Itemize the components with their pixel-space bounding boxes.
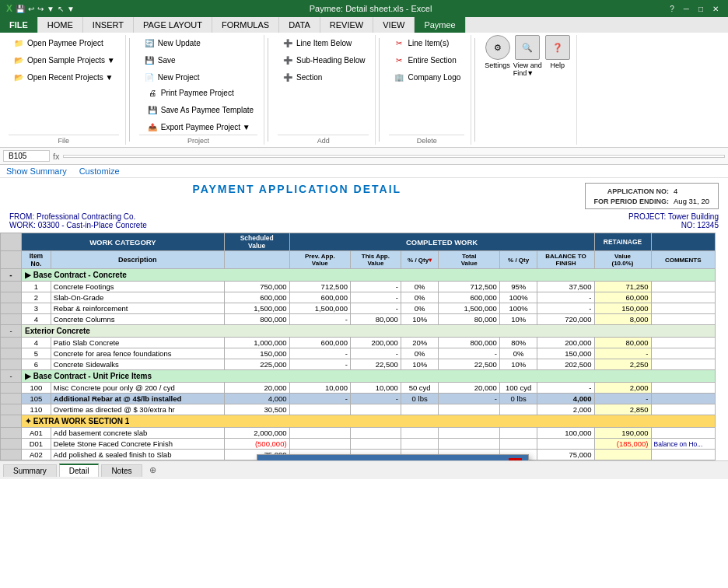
row-overtime: 110 Overtime as directed @ $ 30/extra hr… xyxy=(1,404,716,415)
add-sheet-btn[interactable]: ⊕ xyxy=(145,464,161,477)
tab-page-layout[interactable]: PAGE LAYOUT xyxy=(134,17,212,33)
corner-cell xyxy=(1,233,22,251)
work-category-header: WORK CATEGORY xyxy=(22,233,225,251)
row-slab-on-grade: 2 Slab-On-Grade 600,000 600,000 - 0% 600… xyxy=(1,292,716,303)
delete-section-btn[interactable]: ✂ Entire Section xyxy=(389,52,464,68)
total-pct-header: % / Qty xyxy=(499,251,537,269)
extra-section-row: ✦ EXTRA WORK SECTION 1 xyxy=(1,415,716,428)
period-ending: Aug 31, 20 xyxy=(671,196,712,206)
close-btn[interactable]: ✕ xyxy=(709,5,722,13)
company-logo-icon: 🏢 xyxy=(393,71,405,83)
row-sidewalks: 6 Concrete Sidewalks 225,000 - 22,500 10… xyxy=(1,359,716,370)
export-icon: 📤 xyxy=(146,121,159,133)
tab-detail[interactable]: Detail xyxy=(59,464,100,477)
export-btn[interactable]: 📤 Export Paymee Project ▼ xyxy=(142,119,257,135)
tab-file[interactable]: FILE xyxy=(0,17,38,33)
unit-price-section: ▶ Base Contract - Unit Price Items xyxy=(22,370,716,383)
open-recent-btn[interactable]: 📂 Open Recent Projects ▼ xyxy=(9,69,119,85)
sched-val-header2 xyxy=(224,251,289,269)
desc-header: Description xyxy=(51,251,224,269)
tab-home[interactable]: HOME xyxy=(38,17,83,33)
view-find-icon-large: 🔍 xyxy=(515,35,540,60)
tab-data[interactable]: DATA xyxy=(279,17,320,33)
customize-link[interactable]: Customize xyxy=(79,166,120,176)
formula-input[interactable] xyxy=(63,155,725,158)
company-logo-btn[interactable]: 🏢 Company Logo xyxy=(389,69,464,85)
tab-formulas[interactable]: FORMULAS xyxy=(212,17,279,33)
ribbon-group-settings: ⚙ Settings 🔍 View andFind▼ ❓ Help xyxy=(478,35,576,145)
action-bar: Show Summary Customize xyxy=(0,165,728,178)
line-item-icon: ➕ xyxy=(282,37,294,49)
ribbon-group-project: 🔄 New Update 💾 Save 📄 New Project 🖨 Prin… xyxy=(133,35,264,145)
new-update-label: New Update xyxy=(158,39,201,47)
new-project-btn[interactable]: 📄 New Project xyxy=(139,69,257,85)
base-concrete-section: ▶ Base Contract - Concrete xyxy=(22,269,716,282)
modal-close-btn[interactable]: ✕ xyxy=(509,458,522,460)
save-icon: 💾 xyxy=(143,54,156,66)
formula-bar: B105 fx xyxy=(0,148,728,165)
row-basement-slab: A01 Add basement concrete slab 2,000,000… xyxy=(1,428,716,439)
project-info: PROJECT: Tower Building xyxy=(628,212,719,221)
tab-paymee[interactable]: Paymee xyxy=(415,17,465,33)
no-info: NO: 12345 xyxy=(628,221,719,229)
bal-finish-header: BALANCE TOFINISH xyxy=(537,251,594,269)
work-info: WORK: 03300 - Cast-in-Place Concrete xyxy=(9,221,147,229)
sub-heading-btn[interactable]: ➕ Sub-Heading Below xyxy=(278,52,369,68)
help-btn[interactable]: ? xyxy=(667,5,677,13)
save-as-icon: 💾 xyxy=(146,103,159,116)
scheduled-value-header: ScheduledValue xyxy=(224,233,289,251)
open-sample-btn[interactable]: 📂 Open Sample Projects ▼ xyxy=(9,52,119,68)
minus-btn-1[interactable]: - xyxy=(1,269,22,282)
print-btn[interactable]: 🖨 Print Paymee Project xyxy=(142,85,257,100)
ribbon-group-add: ➕ Line Item Below ➕ Sub-Heading Below ➕ … xyxy=(271,35,376,145)
tab-view[interactable]: VIEW xyxy=(373,17,415,33)
section-btn[interactable]: ➕ Section xyxy=(278,69,369,85)
sheet-scroll[interactable]: PAYMENT APPLICATION DETAIL APPLICATION N… xyxy=(0,178,728,460)
delete-line-btn[interactable]: ✂ Line Item(s) xyxy=(389,35,464,51)
save-as-btn[interactable]: 💾 Save As Paymee Template xyxy=(142,102,257,117)
minus-btn-2[interactable]: - xyxy=(1,325,22,338)
cell-reference[interactable]: B105 xyxy=(3,150,50,162)
comments-header xyxy=(651,233,716,251)
section-label: Section xyxy=(296,73,322,82)
project-group-label: Project xyxy=(139,135,257,145)
delete-section-icon: ✂ xyxy=(393,54,405,66)
help-label: Help xyxy=(550,61,565,69)
new-update-btn[interactable]: 🔄 New Update xyxy=(139,35,257,51)
minus-btn-3[interactable]: - xyxy=(1,370,22,383)
ribbon-group-delete: ✂ Line Item(s) ✂ Entire Section 🏢 Compan… xyxy=(383,35,471,145)
minimize-btn[interactable]: ─ xyxy=(681,5,692,13)
title-bar-controls[interactable]: ? ─ □ ✕ xyxy=(667,5,722,13)
save-btn[interactable]: 💾 Save xyxy=(139,52,257,68)
row-concrete-footings: 1 Concrete Footings 750,000 712,500 - 0%… xyxy=(1,282,716,292)
maximize-btn[interactable]: □ xyxy=(695,5,706,13)
sheet-area: PAYMENT APPLICATION DETAIL APPLICATION N… xyxy=(0,178,728,460)
open-paymee-btn[interactable]: 📁 Open Paymee Project xyxy=(9,35,119,51)
main-area: PAYMENT APPLICATION DETAIL APPLICATION N… xyxy=(0,178,728,460)
this-app-pct-header: % / Qty▾ xyxy=(401,251,439,269)
section-row-base-concrete: - ▶ Base Contract - Concrete xyxy=(1,269,716,282)
delete-line-icon: ✂ xyxy=(393,37,405,49)
ribbon-content: 📁 Open Paymee Project 📂 Open Sample Proj… xyxy=(0,33,728,148)
tab-notes[interactable]: Notes xyxy=(101,464,142,477)
delete-group-label: Delete xyxy=(389,135,464,145)
tab-review[interactable]: REVIEW xyxy=(320,17,373,33)
settings-label: Settings xyxy=(485,61,510,69)
show-summary-link[interactable]: Show Summary xyxy=(6,166,67,176)
open-sample-icon: 📂 xyxy=(12,54,25,66)
ribbon-tabs: FILE HOME INSERT PAGE LAYOUT FORMULAS DA… xyxy=(0,17,728,33)
tab-insert[interactable]: INSERT xyxy=(83,17,134,33)
item-no-header: ItemNo. xyxy=(22,251,51,269)
file-buttons: 📁 Open Paymee Project 📂 Open Sample Proj… xyxy=(9,35,119,135)
add-group-label: Add xyxy=(278,135,369,145)
title-bar: X 💾 ↩ ↪ ▼ ↖ ▼ Paymee: Detail sheet.xls -… xyxy=(0,0,728,17)
tab-summary[interactable]: Summary xyxy=(3,464,57,477)
open-recent-icon: 📂 xyxy=(12,71,25,83)
line-item-below-btn[interactable]: ➕ Line Item Below xyxy=(278,35,369,51)
app-info-box: APPLICATION NO: 4 FOR PERIOD ENDING: Aug… xyxy=(585,183,719,209)
section-row-unit-price: - ▶ Base Contract - Unit Price Items xyxy=(1,370,716,383)
row-patio-slab: 4 Patio Slab Concrete 1,000,000 600,000 … xyxy=(1,338,716,348)
title-bar-icons-left: X 💾 ↩ ↪ ▼ ↖ ▼ xyxy=(6,3,75,14)
row-additional-rebar[interactable]: 105 Additional Rebar at @ 4$/lb installe… xyxy=(1,394,716,404)
completed-work-header: COMPLETED WORK xyxy=(289,233,594,251)
